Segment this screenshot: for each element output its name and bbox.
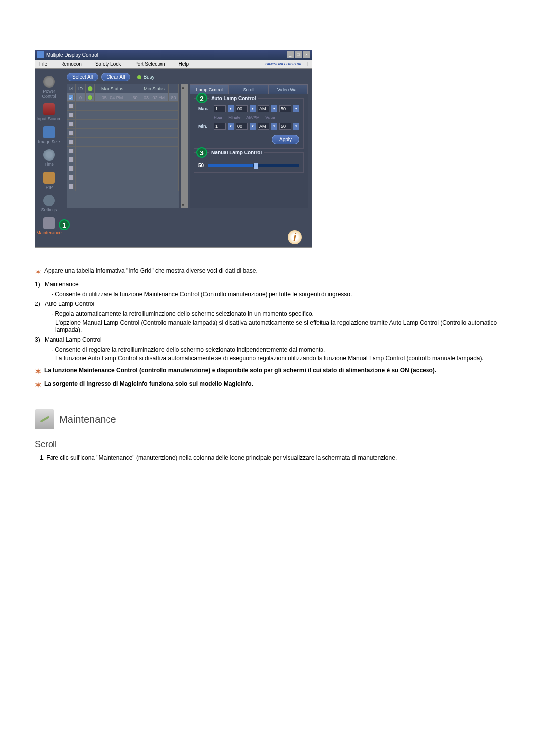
minimize-icon[interactable]: _	[287, 51, 294, 58]
brand-logo: SAMSUNG DIGITall	[265, 62, 308, 66]
row-checkbox[interactable]	[69, 95, 74, 100]
max-ampm-input[interactable]	[258, 105, 269, 112]
star-icon: ✶	[35, 367, 41, 376]
table-row[interactable]	[67, 138, 179, 147]
chevron-down-icon[interactable]: ▾	[250, 105, 256, 112]
slider-thumb[interactable]	[254, 163, 258, 169]
max-label: Max.	[198, 106, 212, 111]
busy-dot-icon	[137, 75, 141, 79]
close-icon[interactable]: ×	[303, 51, 310, 58]
chevron-down-icon[interactable]: ▾	[228, 123, 234, 130]
section-title: Maintenance	[59, 414, 116, 425]
busy-indicator: Busy	[137, 74, 154, 80]
table-row[interactable]	[67, 111, 179, 120]
col-check[interactable]: ☑	[67, 84, 76, 93]
item2-desc1: - Regola automaticamente la retroillumin…	[52, 310, 500, 317]
tab-scroll[interactable]: Scroll	[229, 84, 268, 94]
menu-safetylock[interactable]: Safety Lock	[95, 61, 127, 67]
callout-badge-3: 3	[196, 147, 207, 158]
chevron-down-icon[interactable]: ▾	[293, 105, 299, 112]
min-min-input[interactable]	[236, 123, 248, 130]
menu-remocon[interactable]: Remocon	[60, 61, 88, 67]
item3-title: Manual Lamp Control	[45, 336, 102, 343]
menu-portselection[interactable]: Port Selection	[134, 61, 171, 67]
row-checkbox[interactable]	[69, 175, 74, 180]
chevron-down-icon[interactable]: ▾	[271, 105, 277, 112]
max-hour-input[interactable]	[214, 105, 226, 112]
table-row[interactable]	[67, 147, 179, 155]
camera-icon	[43, 126, 55, 138]
row-checkbox[interactable]	[69, 157, 74, 162]
table-row[interactable]	[67, 164, 179, 173]
sidebar-item-pip[interactable]: PIP	[35, 170, 63, 192]
min-ampm-input[interactable]	[258, 123, 269, 130]
row-checkbox[interactable]	[69, 140, 74, 145]
sidebar-item-power[interactable]: Power Control	[35, 74, 63, 101]
table-row[interactable]	[67, 173, 179, 182]
window-title: Multiple Display Control	[46, 52, 98, 58]
sidebar-item-settings[interactable]: Settings	[35, 193, 63, 214]
hour-sublabel: Hour	[214, 115, 222, 120]
sidebar-item-maintenance[interactable]: 1 Maintenance	[35, 215, 63, 237]
note2-text: La sorgente di ingresso di MagicInfo fun…	[44, 380, 253, 390]
menu-file[interactable]: File	[39, 61, 54, 67]
grid-header: ☑ ID Max Status Min Status	[67, 84, 179, 93]
clear-all-button[interactable]: Clear All	[101, 73, 130, 81]
lamp-slider[interactable]	[208, 164, 299, 167]
maintenance-section-icon	[35, 409, 54, 429]
select-all-button[interactable]: Select All	[67, 73, 98, 81]
chevron-down-icon[interactable]: ▾	[250, 123, 256, 130]
col-status	[86, 84, 95, 93]
table-row[interactable]	[67, 120, 179, 129]
chevron-down-icon[interactable]: ▾	[228, 105, 234, 112]
row-checkbox[interactable]	[69, 131, 74, 136]
max-min-input[interactable]	[236, 105, 248, 112]
table-row[interactable]	[67, 155, 179, 164]
row-checkbox[interactable]	[69, 113, 74, 118]
slider-value: 50	[198, 163, 204, 168]
auto-lamp-section: 2 Auto Lamp Control Max. ▾ ▾ ▾ ▾	[194, 98, 304, 149]
item1-title: Maintenance	[45, 281, 79, 288]
table-row[interactable]	[67, 182, 179, 191]
max-val-input[interactable]	[279, 105, 291, 112]
chevron-down-icon[interactable]: ▾	[293, 123, 299, 130]
grid-scrollbar[interactable]	[181, 84, 188, 208]
item1-desc: - Consente di utilizzare la funzione Mai…	[52, 291, 500, 298]
row-checkbox[interactable]	[69, 166, 74, 171]
star-icon: ✶	[35, 267, 41, 277]
menu-help[interactable]: Help	[178, 61, 195, 67]
sidebar-item-input[interactable]: Input Source	[35, 101, 63, 123]
ol1-text: Fare clic sull'icona "Maintenance" (manu…	[46, 454, 397, 461]
manual-lamp-section: 3 Manual Lamp Control 50	[194, 152, 304, 173]
apply-button[interactable]: Apply	[272, 135, 299, 144]
clock-icon	[43, 149, 55, 161]
maximize-icon[interactable]: □	[295, 51, 302, 58]
row-checkbox[interactable]	[69, 184, 74, 189]
minute-sublabel: Minute	[228, 115, 240, 120]
table-row[interactable]: 0 05 : 04 PM 60 03 : 02 AM 80	[67, 93, 179, 102]
auto-lamp-title: Auto Lamp Control	[209, 96, 258, 101]
row-checkbox[interactable]	[69, 149, 74, 153]
item3-desc1: - Consente di regolare la retroilluminaz…	[52, 346, 500, 353]
item2-title: Auto Lamp Control	[45, 301, 94, 307]
note1-text: La funzione Maintenance Control (control…	[44, 367, 436, 376]
tab-videowall[interactable]: Video Wall	[268, 84, 308, 94]
titlebar: Multiple Display Control _ □ ×	[35, 50, 312, 60]
min-hour-input[interactable]	[214, 123, 226, 130]
min-val-input[interactable]	[279, 123, 291, 130]
sidebar-item-time[interactable]: Time	[35, 147, 63, 169]
col-minstatus: Min Status	[140, 84, 169, 93]
tab-lampcontrol[interactable]: Lamp Control	[190, 84, 229, 94]
row-checkbox[interactable]	[69, 104, 74, 109]
col-v1	[130, 84, 140, 93]
subsection-title: Scroll	[35, 439, 525, 450]
sidebar-item-imagesize[interactable]: Image Size	[35, 124, 63, 146]
info-grid: ☑ ID Max Status Min Status 0	[67, 84, 179, 208]
row-checkbox[interactable]	[69, 122, 74, 127]
info-icon[interactable]: i	[288, 230, 302, 244]
table-row[interactable]	[67, 102, 179, 111]
chevron-down-icon[interactable]: ▾	[271, 123, 277, 130]
manual-lamp-title: Manual Lamp Control	[209, 150, 264, 155]
table-row[interactable]	[67, 129, 179, 138]
menubar: File Remocon Safety Lock Port Selection …	[35, 60, 312, 69]
